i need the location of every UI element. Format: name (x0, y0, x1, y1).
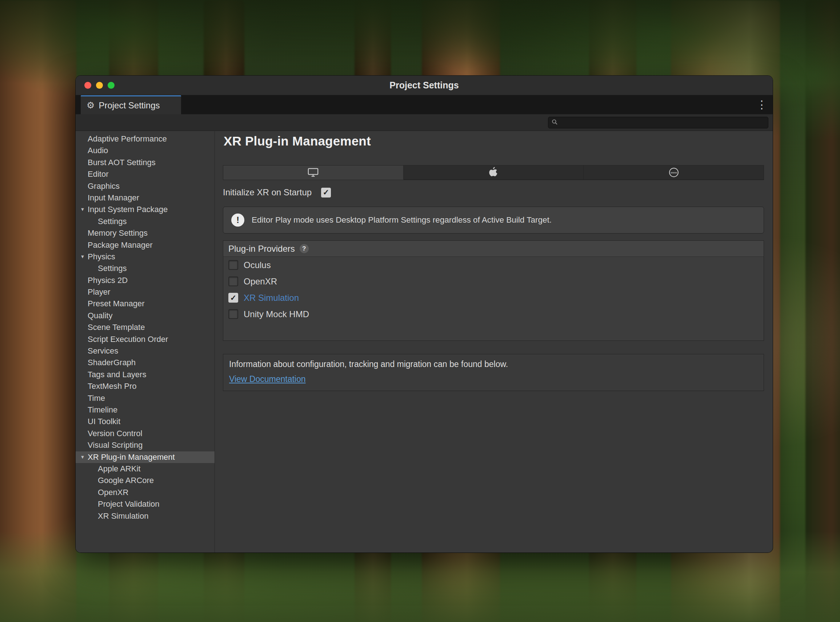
sidebar-item-settings[interactable]: Settings (76, 216, 215, 227)
sidebar-item-label: Player (88, 287, 110, 296)
sidebar-item-label: Adaptive Performance (88, 134, 167, 143)
sidebar-item-input-system-package[interactable]: ▼Input System Package (76, 204, 215, 215)
search-box[interactable] (548, 117, 768, 128)
sidebar-item-adaptive-performance[interactable]: Adaptive Performance (76, 133, 215, 145)
sidebar-item-graphics[interactable]: Graphics (76, 180, 215, 192)
window-body: Adaptive PerformanceAudioBurst AOT Setti… (76, 131, 773, 552)
sidebar-item-label: Version Control (88, 429, 142, 438)
sidebar-item-time[interactable]: Time (76, 392, 215, 404)
settings-category-list: Adaptive PerformanceAudioBurst AOT Setti… (76, 131, 215, 552)
sidebar-item-label: Scene Template (88, 323, 145, 332)
sidebar-item-xr-plug-in-management[interactable]: ▼XR Plug-in Management (76, 451, 215, 463)
canopy-shadow (0, 0, 840, 84)
plugin-providers-title: Plug-in Providers (228, 244, 295, 254)
traffic-lights (84, 76, 114, 95)
sidebar-item-label: XR Plug-in Management (88, 453, 175, 462)
sidebar-item-version-control[interactable]: Version Control (76, 428, 215, 439)
sidebar-item-label: Tags and Layers (88, 370, 146, 379)
sidebar-item-openxr[interactable]: OpenXR (76, 487, 215, 499)
provider-row: ✓XR Simulation (223, 290, 764, 306)
sidebar-item-physics[interactable]: ▼Physics (76, 251, 215, 263)
minimize-button[interactable] (96, 82, 103, 89)
sidebar-item-input-manager[interactable]: Input Manager (76, 192, 215, 204)
sidebar-item-textmesh-pro[interactable]: TextMesh Pro (76, 381, 215, 392)
sidebar-item-burst-aot-settings[interactable]: Burst AOT Settings (76, 157, 215, 168)
tab-label: Project Settings (99, 101, 160, 111)
sidebar-item-apple-arkit[interactable]: Apple ARKit (76, 463, 215, 475)
sidebar-item-editor[interactable]: Editor (76, 168, 215, 180)
sidebar-item-services[interactable]: Services (76, 345, 215, 357)
sidebar-item-google-arcore[interactable]: Google ARCore (76, 475, 215, 486)
more-options-button[interactable]: ⋮ (755, 98, 769, 112)
provider-label: OpenXR (243, 276, 277, 287)
foldout-arrow-icon[interactable]: ▼ (79, 451, 87, 463)
sidebar-item-label: Preset Manager (88, 299, 145, 308)
close-button[interactable] (84, 82, 91, 89)
search-icon (552, 119, 558, 127)
sidebar-item-label: OpenXR (98, 488, 128, 497)
page-title: XR Plug-in Management (224, 134, 764, 148)
sidebar-item-label: Physics (88, 252, 115, 261)
sidebar-item-ui-toolkit[interactable]: UI Toolkit (76, 416, 215, 427)
sidebar-item-physics-2d[interactable]: Physics 2D (76, 274, 215, 286)
sidebar-item-script-execution-order[interactable]: Script Execution Order (76, 334, 215, 345)
sidebar-item-scene-template[interactable]: Scene Template (76, 322, 215, 333)
provider-label: Unity Mock HMD (243, 309, 309, 319)
provider-checkbox-openxr[interactable] (228, 276, 238, 286)
tree-trunk (805, 0, 840, 622)
sidebar-item-preset-manager[interactable]: Preset Manager (76, 298, 215, 309)
sidebar-item-label: Visual Scripting (88, 441, 143, 450)
sidebar-item-audio[interactable]: Audio (76, 145, 215, 156)
sidebar-item-visual-scripting[interactable]: Visual Scripting (76, 439, 215, 451)
foldout-arrow-icon[interactable]: ▼ (79, 204, 87, 215)
sidebar-item-label: Project Validation (98, 499, 160, 509)
sidebar-item-label: TextMesh Pro (88, 381, 137, 391)
sidebar-item-player[interactable]: Player (76, 286, 215, 298)
provider-checkbox-oculus[interactable] (228, 260, 238, 270)
search-input[interactable] (560, 118, 765, 127)
svg-text:www: www (670, 171, 677, 174)
sidebar-item-label: Timeline (88, 405, 117, 414)
sidebar-item-label: Services (88, 346, 118, 355)
tree-trunk (0, 0, 76, 622)
sidebar-item-label: Settings (98, 264, 127, 273)
globe-icon: www (668, 167, 679, 178)
platform-tab-apple[interactable] (404, 166, 584, 180)
platform-tab-web[interactable]: www (584, 166, 764, 180)
sidebar-item-tags-and-layers[interactable]: Tags and Layers (76, 369, 215, 381)
sidebar-item-label: ShaderGraph (88, 358, 135, 367)
provider-row: OpenXR (223, 273, 764, 290)
tab-project-settings[interactable]: ⚙ Project Settings (81, 95, 181, 114)
window-titlebar: Project Settings (76, 76, 773, 95)
foldout-arrow-icon[interactable]: ▼ (79, 251, 87, 263)
sidebar-item-quality[interactable]: Quality (76, 310, 215, 322)
initialize-xr-label: Initialize XR on Startup (223, 188, 312, 198)
provider-checkbox-unity-mock-hmd[interactable] (228, 309, 238, 319)
platform-tab-desktop[interactable] (223, 166, 404, 180)
editor-play-mode-notice: ! Editor Play mode uses Desktop Platform… (223, 207, 764, 233)
sidebar-item-project-validation[interactable]: Project Validation (76, 499, 215, 510)
sidebar-item-label: Input System Package (88, 205, 167, 214)
window-title: Project Settings (390, 80, 458, 91)
zoom-button[interactable] (108, 82, 114, 89)
sidebar-item-label: Quality (88, 311, 113, 320)
sidebar-item-label: Package Manager (88, 241, 153, 250)
sidebar-item-label: Editor (88, 169, 108, 178)
sidebar-item-label: XR Simulation (98, 511, 148, 520)
provider-label: Oculus (243, 260, 271, 270)
initialize-xr-checkbox[interactable]: ✓ (321, 188, 331, 198)
provider-list: OculusOpenXR✓XR SimulationUnity Mock HMD (223, 257, 764, 322)
sidebar-item-shadergraph[interactable]: ShaderGraph (76, 357, 215, 369)
provider-checkbox-xr-simulation[interactable]: ✓ (228, 293, 238, 303)
view-documentation-link[interactable]: View Documentation (229, 374, 306, 384)
apple-icon (489, 167, 498, 178)
sidebar-item-memory-settings[interactable]: Memory Settings (76, 227, 215, 239)
sidebar-item-package-manager[interactable]: Package Manager (76, 239, 215, 251)
notice-text: Editor Play mode uses Desktop Platform S… (252, 215, 552, 225)
sidebar-item-settings[interactable]: Settings (76, 263, 215, 274)
help-icon[interactable]: ? (300, 244, 309, 253)
provider-row: Oculus (223, 257, 764, 273)
alert-icon: ! (231, 213, 244, 227)
sidebar-item-timeline[interactable]: Timeline (76, 404, 215, 416)
sidebar-item-xr-simulation[interactable]: XR Simulation (76, 510, 215, 522)
